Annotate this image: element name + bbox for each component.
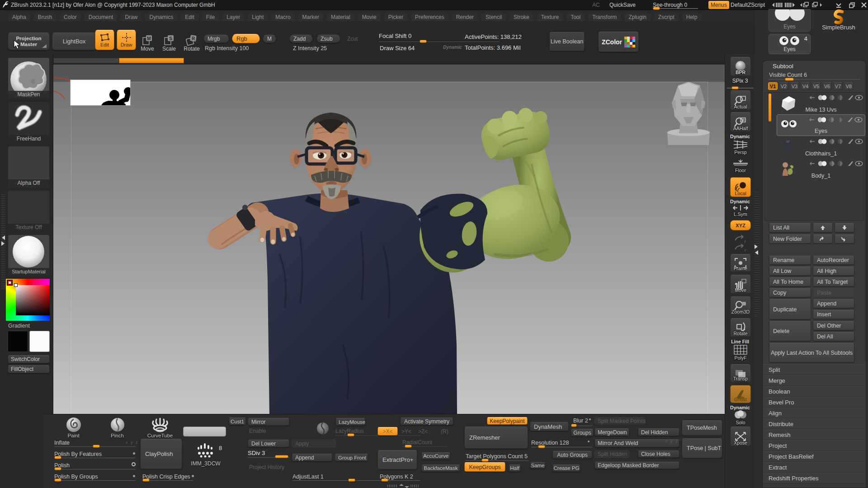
floor-button[interactable]: Floor [730,157,751,174]
visible-count-handle[interactable] [785,78,794,81]
lazyradius-handle[interactable] [347,433,354,436]
action-redshift-properties[interactable]: Redshift Properties [763,473,865,483]
folder-down-button[interactable] [835,235,854,244]
local-button[interactable]: Local [730,177,751,197]
zremesher-button[interactable]: ZRemesher [464,427,528,449]
zsub-button[interactable]: Zsub [316,35,340,43]
sculpt-character[interactable] [218,103,569,414]
move-tool-button[interactable]: Move [730,275,751,294]
draw-button[interactable]: Draw [117,30,136,50]
vtab-v6[interactable]: V6 [822,82,832,90]
blur-slider[interactable]: Blur 2 [573,418,588,424]
keepgroups-button[interactable]: KeepGroups [464,462,505,472]
claypolish-button[interactable]: ClayPolish [140,439,182,469]
ghost-button[interactable]: Ghost [730,385,751,403]
quicksave-button[interactable]: QuickSave [609,2,636,8]
menu-help[interactable]: Help [682,13,702,22]
menu-color[interactable]: Color [60,13,81,22]
document-minimap[interactable] [71,80,130,105]
m-button[interactable]: M [263,35,276,43]
subtool-down-button[interactable] [835,223,854,232]
menu-material[interactable]: Material [327,13,354,22]
copy-button[interactable]: Copy [769,288,811,297]
project-history-button[interactable]: Project History [249,464,284,470]
subtool-up-button[interactable] [813,223,833,232]
vtab-v5[interactable]: V5 [811,82,821,90]
menu-macro[interactable]: Macro [271,13,294,22]
bpr-button[interactable]: BPR [730,57,751,76]
stroke-freehand[interactable]: FreeHand [8,102,50,144]
sym-z-button[interactable]: >Z< [418,428,428,435]
apply-last-action-button[interactable]: Apply Last Action To All Subtools [769,343,854,362]
material-selector[interactable]: StartupMaterial [8,235,50,277]
shelf-divider-arrows[interactable] [0,235,6,247]
rotate-button[interactable]: R Rotate [182,35,202,52]
duplicate-button[interactable]: Duplicate [769,299,811,319]
color-picker[interactable] [6,279,50,321]
action-remesh[interactable]: Remesh [763,429,865,440]
brush-maskpen[interactable]: MaskPen [8,57,50,99]
sym-x-button[interactable]: >X< [377,427,398,436]
extractpro-button[interactable]: ExtractPro+ [377,450,417,469]
lazymouse-button[interactable]: LazyMouse [335,418,365,426]
spin-z-icon[interactable]: z [733,243,747,252]
menu-edit[interactable]: Edit [181,13,198,22]
persp-button[interactable]: Persp [730,138,751,156]
right-divider-arrows[interactable] [754,244,759,256]
action-project[interactable]: Project [763,440,865,451]
switchcolor-button[interactable]: SwitchColor [8,355,50,363]
selected-stroke-button[interactable] [183,427,226,436]
spin-y-icon[interactable]: y [733,234,747,243]
action-extract[interactable]: Extract [763,462,865,473]
inflate-handle[interactable] [93,445,100,448]
cust1-button[interactable]: Cust1 [229,418,246,425]
subtool-row-eyes[interactable]: Eyes [777,114,865,136]
action-project-basrelief[interactable]: Project BasRelief [763,451,865,462]
sv-cursor[interactable] [14,283,18,287]
sym-r-button[interactable]: (R) [441,428,448,435]
bottom-scroll-arrows[interactable] [399,483,410,488]
group-front-button[interactable]: Group Front [335,454,368,461]
visible-count-slider[interactable]: Visible Count 6 [769,72,807,78]
polish-by-groups-handle[interactable] [54,479,61,482]
action-merge[interactable]: Merge [763,375,865,386]
subtool-row-mike[interactable]: Mike 13 Uvs [777,93,865,114]
close-icon[interactable] [861,2,867,8]
edgeloop-masked-border-button[interactable]: Edgeloop Masked Border [594,462,679,469]
focal-shift-handle[interactable] [420,40,427,43]
append-button[interactable]: Append [813,299,854,308]
all-high-button[interactable]: All High [813,267,854,276]
menu-file[interactable]: File [202,13,219,22]
action-split[interactable]: Split [763,364,865,375]
tray-left-icon[interactable] [772,2,795,8]
simplebrush-tool[interactable]: SimpleBrush [814,9,863,32]
tool-eyes-large[interactable]: Eyes [769,9,811,32]
lightbox-button[interactable]: LightBox [52,33,96,50]
zadd-button[interactable]: Zadd [289,35,313,43]
defaultzscript-button[interactable]: DefaultZScript [731,2,765,8]
subtool-row-body[interactable]: Body_1 [777,159,865,180]
blur-handle[interactable] [571,424,577,427]
folder-up-button[interactable] [813,235,833,244]
alpha-selector[interactable]: Alpha Off [8,146,50,188]
keeppolypaint-button[interactable]: KeepPolypaint [487,417,528,425]
color-picker-sv-square[interactable] [16,285,50,315]
rgb-intensity-slider[interactable]: Rgb Intensity 100 [205,45,249,52]
vtab-v3[interactable]: V3 [790,82,799,90]
del-hidden-button[interactable]: Del Hidden [638,428,679,436]
fillobject-button[interactable]: FillObject [8,365,50,373]
z-intensity-slider[interactable]: Z Intensity 25 [293,45,327,52]
radialcount-handle[interactable] [405,445,412,448]
sculpt-canvas[interactable] [53,65,725,414]
del-lower-button[interactable]: Del Lower [248,440,289,447]
resolution-slider[interactable]: Resolution 128 [531,440,569,446]
insert-button[interactable]: Insert [813,310,854,319]
action-boolean[interactable]: Boolean [763,386,865,397]
intensity-bar-fill[interactable] [119,58,184,63]
rotate-tool-button[interactable]: Rotate [730,318,751,337]
menu-dynamics[interactable]: Dynamics [145,13,177,22]
action-distribute[interactable]: Distribute [763,418,865,429]
solo-button[interactable]: Solo [730,409,751,426]
see-through-handle[interactable] [653,7,660,10]
vtab-v2[interactable]: V2 [779,82,788,90]
